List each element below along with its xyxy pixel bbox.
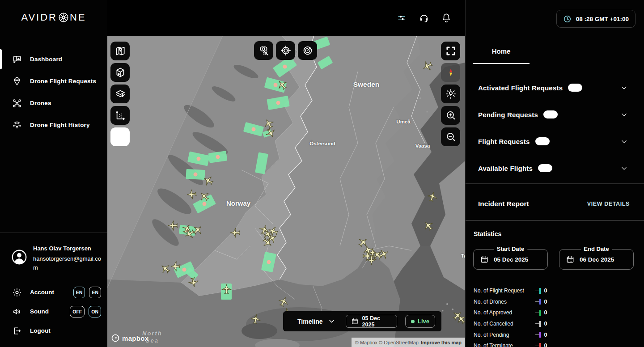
toggle-row: Available Flights bbox=[466, 155, 644, 182]
geofence-zone[interactable] bbox=[186, 169, 205, 180]
end-date-field[interactable]: End Date 06 Dec 2025 bbox=[559, 249, 634, 270]
stat-value: 0 bbox=[544, 332, 547, 338]
locate-button[interactable] bbox=[441, 85, 460, 103]
panel-divider bbox=[466, 220, 644, 221]
zone-center-dot bbox=[276, 101, 280, 105]
aircraft-marker[interactable] bbox=[170, 260, 182, 272]
sound-off-button[interactable]: OFF bbox=[70, 306, 85, 317]
cube-3d-button[interactable] bbox=[110, 63, 130, 82]
sidebar-settings: Account ENEN Sound OFFON Logout bbox=[0, 283, 107, 340]
radar-button[interactable] bbox=[298, 41, 317, 60]
mapbox-icon bbox=[111, 334, 120, 343]
avidrone-app: AVIDR NE Dashboard Drone Flight Requests… bbox=[0, 0, 644, 347]
sidebar-item-drone-flight-requests[interactable]: Drone Flight Requests bbox=[0, 70, 107, 92]
chevron-down-icon[interactable] bbox=[620, 84, 628, 92]
dashboard-icon bbox=[12, 55, 22, 64]
aircraft-marker[interactable] bbox=[220, 284, 233, 296]
map-fold-button[interactable] bbox=[110, 42, 130, 60]
tab-home[interactable]: Home bbox=[473, 47, 530, 64]
radar-icon bbox=[302, 45, 314, 56]
aircraft-marker[interactable] bbox=[185, 187, 198, 200]
drone-icon bbox=[12, 98, 22, 108]
nofly-zone-button[interactable] bbox=[254, 41, 273, 60]
headset-icon[interactable] bbox=[419, 13, 429, 23]
view-details-link[interactable]: VIEW DETAILS bbox=[587, 201, 630, 207]
chevron-down-icon[interactable] bbox=[620, 165, 628, 172]
chevron-down-icon[interactable] bbox=[620, 138, 628, 145]
attribution-links[interactable]: © Mapbox © OpenStreetMap bbox=[355, 340, 419, 345]
aircraft-marker[interactable] bbox=[229, 227, 242, 239]
zone-center-dot bbox=[216, 155, 220, 159]
clock-icon bbox=[563, 15, 572, 23]
toggle-label: Available Flights bbox=[478, 165, 533, 172]
map-place-label: Umeå bbox=[396, 119, 410, 124]
zone-center-dot bbox=[251, 127, 256, 131]
zone-center-dot bbox=[196, 157, 201, 161]
zone-center-dot bbox=[193, 172, 197, 176]
drone-rotor-icon bbox=[58, 12, 69, 23]
account-en-button[interactable]: EN bbox=[73, 287, 85, 298]
end-date-value: 06 Dec 2025 bbox=[580, 256, 614, 263]
speaker-icon bbox=[12, 307, 22, 317]
sidebar-item-drones[interactable]: Drones bbox=[0, 92, 107, 114]
chevron-down-icon[interactable] bbox=[620, 111, 628, 118]
stat-label: No. of Approved bbox=[474, 309, 535, 316]
zoom-out-button[interactable] bbox=[441, 127, 460, 146]
user-block: Hans Olav Torgersen hansotorgersen@gmail… bbox=[11, 245, 101, 272]
start-date-value: 05 Dec 2025 bbox=[494, 256, 528, 263]
target-button[interactable] bbox=[276, 41, 295, 60]
bell-icon[interactable] bbox=[441, 13, 452, 23]
zone-center-dot bbox=[282, 64, 288, 70]
calendar-icon bbox=[566, 255, 575, 264]
toggle-switch[interactable] bbox=[543, 110, 558, 118]
chevron-down-icon[interactable] bbox=[328, 318, 335, 325]
statistics-list: No. of Flight Request 0 No. of Drones 0 … bbox=[466, 285, 644, 347]
clock-widget: 08 :28 GMT +01:00 bbox=[556, 10, 636, 28]
map-attribution: © Mapbox © OpenStreetMap Improve this ma… bbox=[352, 338, 465, 347]
account-en-button[interactable]: EN bbox=[89, 287, 101, 298]
right-panel: 08 :28 GMT +01:00 Home Activated Flight … bbox=[465, 0, 644, 347]
blank-map-button[interactable] bbox=[110, 127, 130, 146]
toggle-switch[interactable] bbox=[538, 164, 552, 172]
pin-drone-icon bbox=[12, 76, 22, 86]
fullscreen-button[interactable] bbox=[441, 42, 460, 60]
layers-pin-button[interactable] bbox=[110, 85, 130, 103]
settings-row-account: Account ENEN bbox=[0, 283, 107, 302]
sidebar-item-dashboard[interactable]: Dashboard bbox=[0, 48, 107, 70]
stat-value: 0 bbox=[544, 309, 547, 316]
incident-report-row: Incident Report VIEW DETAILS bbox=[466, 191, 644, 216]
improve-map-link[interactable]: Improve this map bbox=[421, 340, 462, 345]
toggle-switch[interactable] bbox=[568, 84, 582, 92]
timeline-date-button[interactable]: 05 Dec 2025 bbox=[346, 315, 397, 328]
aircraft-marker[interactable] bbox=[186, 275, 200, 288]
map-place-label: Ta bbox=[461, 253, 465, 258]
aircraft-marker[interactable] bbox=[167, 220, 179, 232]
axis-chart-button[interactable] bbox=[110, 106, 130, 125]
map-place-label: Sweden bbox=[353, 80, 380, 89]
aircraft-marker[interactable] bbox=[248, 312, 262, 326]
live-button[interactable]: Live bbox=[405, 315, 435, 328]
toggle-label: Activated Flight Requests bbox=[478, 84, 563, 92]
aircraft-marker[interactable] bbox=[361, 250, 373, 262]
zoom-in-icon bbox=[445, 110, 457, 121]
start-date-field[interactable]: Start Date 05 Dec 2025 bbox=[473, 249, 548, 270]
panel-divider bbox=[466, 183, 644, 184]
zoom-in-button[interactable] bbox=[441, 106, 460, 125]
toggle-label: Flight Requests bbox=[478, 138, 530, 145]
avatar-icon bbox=[11, 249, 28, 266]
timeline-label[interactable]: Timeline bbox=[297, 318, 323, 325]
axis-chart-icon bbox=[114, 110, 126, 121]
filter-sliders-icon[interactable] bbox=[396, 13, 407, 23]
stat-value: 0 bbox=[544, 299, 547, 305]
nofly-zone-icon bbox=[258, 45, 270, 56]
map-fold-icon bbox=[114, 45, 126, 57]
compass-button[interactable] bbox=[441, 63, 460, 82]
sidebar-item-drone-flight-history[interactable]: Drone Flight History bbox=[0, 114, 107, 136]
toggle-switch[interactable] bbox=[535, 137, 550, 145]
mapbox-logo[interactable]: mapbox bbox=[111, 334, 148, 343]
map-canvas[interactable]: SwedenNorwayUmeåÖstersundVaasaTa bbox=[107, 36, 465, 347]
settings-row-logout[interactable]: Logout bbox=[0, 321, 107, 340]
sound-on-button[interactable]: ON bbox=[89, 306, 101, 317]
toggle-row: Pending Requests bbox=[466, 101, 644, 128]
stat-row: No. of Terminate 0 bbox=[466, 340, 644, 347]
